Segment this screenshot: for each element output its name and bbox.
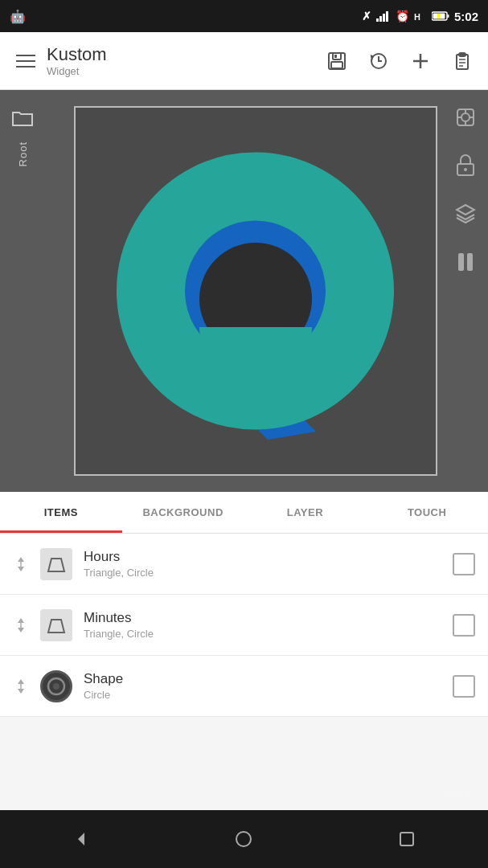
history-button[interactable] [361, 43, 396, 79]
svg-marker-39 [18, 618, 24, 623]
clipboard-button[interactable] [445, 43, 480, 79]
svg-rect-8 [437, 14, 440, 18]
app-bar: Kustom Widget [0, 32, 488, 90]
svg-marker-36 [18, 557, 24, 562]
back-icon [72, 829, 91, 849]
list-item[interactable]: Shape Circle [0, 656, 488, 717]
recents-icon [398, 830, 416, 848]
svg-rect-2 [383, 14, 385, 22]
minutes-icon [40, 609, 72, 641]
circle-shape-icon [46, 676, 67, 697]
items-list: Hours Triangle, Circle Minutes Triangle,… [0, 534, 488, 717]
back-button[interactable] [57, 815, 105, 863]
add-button[interactable] [403, 43, 438, 79]
left-sidebar: Root [0, 90, 45, 492]
tabs-bar: ITEMS BACKGROUND LAYER TOUCH [0, 492, 488, 534]
lock-button[interactable] [448, 148, 483, 183]
shape-name: Shape [84, 671, 441, 687]
root-label: Root [17, 141, 29, 166]
svg-rect-1 [379, 16, 382, 22]
svg-rect-50 [400, 833, 413, 845]
pause-button[interactable] [448, 244, 483, 280]
svg-point-26 [461, 113, 470, 121]
alarm-icon: ⏰ [396, 10, 409, 23]
drag-arrows-icon [13, 678, 29, 694]
bottom-nav [0, 810, 488, 868]
layers-icon [455, 203, 476, 224]
trapezoid-icon [45, 555, 68, 573]
tab-items[interactable]: ITEMS [0, 492, 122, 533]
svg-point-47 [53, 683, 59, 690]
svg-point-32 [464, 168, 467, 171]
shape-text: Shape Circle [84, 671, 441, 701]
watermark: 仍玩游戏 Rengwan Games [432, 789, 482, 807]
minutes-checkbox[interactable] [453, 614, 475, 637]
svg-rect-6 [447, 14, 449, 18]
hours-checkbox[interactable] [453, 553, 475, 575]
svg-rect-0 [376, 18, 379, 22]
android-icon: 🤖 [10, 9, 26, 24]
svg-marker-37 [18, 567, 24, 571]
app-subtitle: Widget [47, 65, 319, 77]
list-item[interactable]: Minutes Triangle, Circle [0, 595, 488, 656]
svg-marker-40 [18, 628, 24, 633]
home-circle-icon [234, 829, 253, 849]
hours-name: Hours [84, 549, 441, 565]
minutes-text: Minutes Triangle, Circle [84, 610, 441, 640]
save-button[interactable] [319, 43, 355, 79]
drag-handle-shape[interactable] [13, 678, 29, 694]
canvas-preview [74, 106, 437, 476]
layers-button[interactable] [448, 196, 483, 231]
svg-rect-35 [467, 253, 473, 271]
svg-text:H: H [414, 12, 420, 22]
svg-point-49 [236, 832, 251, 846]
tab-background[interactable]: BACKGROUND [122, 492, 244, 533]
svg-rect-12 [334, 55, 337, 58]
folder-button[interactable] [5, 100, 40, 135]
list-item[interactable]: Hours Triangle, Circle [0, 534, 488, 595]
hours-icon [40, 548, 72, 580]
svg-rect-34 [458, 253, 464, 271]
svg-rect-11 [331, 62, 342, 68]
status-bar: 🤖 ✗ ⏰ H 5:02 [0, 0, 488, 32]
drag-arrows-icon [13, 556, 29, 572]
svg-marker-48 [78, 833, 84, 845]
network-icon: H [414, 10, 427, 22]
minutes-name: Minutes [84, 610, 441, 626]
right-sidebar [443, 90, 488, 492]
menu-button[interactable] [8, 47, 43, 76]
canvas-area: Root [0, 90, 488, 492]
drag-handle-hours[interactable] [13, 556, 29, 572]
hours-text: Hours Triangle, Circle [84, 549, 441, 579]
drag-handle-minutes[interactable] [13, 617, 29, 633]
history-icon [368, 51, 389, 72]
bluetooth-icon: ✗ [362, 10, 371, 23]
shape-checkbox[interactable] [453, 675, 475, 698]
pause-icon [457, 252, 474, 272]
add-icon [410, 51, 431, 72]
status-right: ✗ ⏰ H 5:02 [362, 10, 478, 23]
status-left: 🤖 [10, 9, 26, 24]
time-display: 5:02 [454, 10, 478, 23]
svg-marker-43 [18, 689, 24, 694]
save-icon [326, 51, 347, 72]
shape-icon [40, 670, 72, 702]
lock-icon [456, 154, 475, 177]
tab-layer[interactable]: LAYER [244, 492, 367, 533]
signal-icon [376, 10, 391, 22]
app-title: Kustom [47, 44, 319, 65]
app-bar-actions [319, 43, 480, 79]
trapezoid-icon [45, 616, 68, 634]
hours-subtitle: Triangle, Circle [84, 567, 441, 579]
tab-touch[interactable]: TOUCH [366, 492, 488, 533]
minutes-subtitle: Triangle, Circle [84, 628, 441, 640]
screenshot-button[interactable] [448, 100, 483, 135]
shape-subtitle: Circle [84, 689, 441, 701]
recents-button[interactable] [383, 815, 431, 863]
clipboard-icon [452, 51, 473, 72]
svg-marker-33 [457, 205, 474, 215]
svg-rect-3 [386, 11, 388, 22]
svg-marker-42 [18, 679, 24, 684]
folder-icon [11, 108, 34, 127]
home-button[interactable] [219, 815, 268, 863]
